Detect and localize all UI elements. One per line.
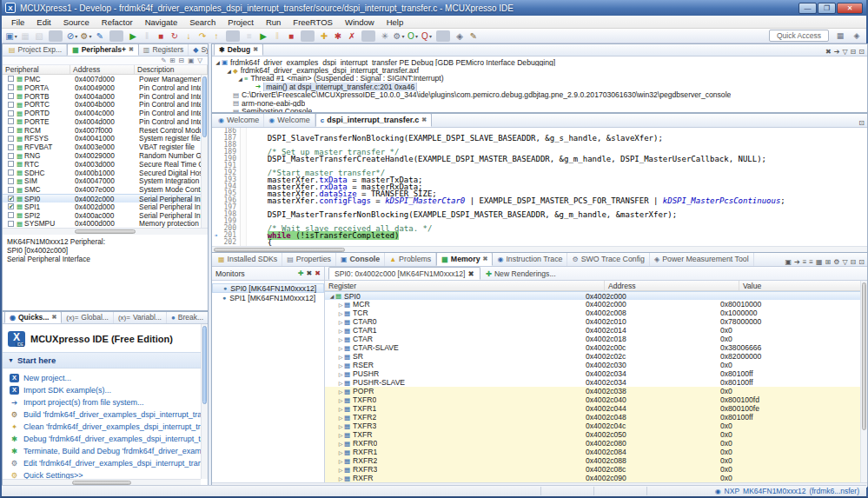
code-line[interactable]: 202 { (212, 239, 867, 246)
register-row[interactable]: ▷ ▦ TXFR 0x4002c050 0x0 (325, 430, 867, 439)
expander-icon[interactable]: ◢ (214, 59, 222, 65)
project-link[interactable]: (frdmk6...nsfer) (809, 487, 859, 495)
peripheral-row[interactable]: ▦ RCM 0x4007f000 Reset Control Module (3, 126, 208, 135)
toolbar-button[interactable] (436, 30, 450, 42)
peripheral-checkbox[interactable] (8, 203, 14, 209)
expander-icon[interactable]: ▷ (337, 380, 344, 386)
vertical-scrollbar[interactable] (201, 75, 208, 228)
refresh-button[interactable]: ✳ (378, 30, 392, 43)
peripheral-row[interactable]: ▦ PORTC 0x4004b000 Pin Control and Inter… (3, 100, 208, 109)
quickstart-link[interactable]: ➔ Import project(s) from file system... (4, 396, 206, 408)
menu-item[interactable]: File (5, 17, 30, 28)
mark-occurrences-button[interactable]: ✎ (93, 30, 107, 43)
close-button[interactable]: ✕ (837, 3, 863, 14)
debug-history-button[interactable]: Q ▾ (420, 30, 434, 43)
view-tab[interactable]: ▦ Memory ✖ (436, 253, 493, 266)
debug-tree-row[interactable]: ◢ ≡ Thread #1 <main> (Suspended : Signal… (212, 75, 867, 83)
menu-item[interactable]: Project (222, 17, 260, 28)
view-menu-button[interactable]: ▽ (842, 258, 847, 266)
peripheral-row[interactable]: ▦ SPI0 0x4002c000 Serial Peripheral Inte… (3, 194, 208, 203)
peripheral-checkbox[interactable] (8, 169, 14, 176)
peripheral-checkbox[interactable] (8, 178, 14, 184)
expander-icon[interactable]: ▷ (337, 458, 344, 464)
peripheral-row[interactable]: ▦ PORTB 0x4004a000 Pin Control and Inter… (3, 92, 208, 101)
close-tab-icon[interactable]: ✖ (483, 256, 488, 262)
minimize-button[interactable]: — (798, 3, 817, 14)
vendor-link[interactable]: NXP (725, 487, 739, 495)
debug-tree-row[interactable]: ➔ main() at dspi_interrupt_transfer.c:20… (212, 83, 867, 90)
peripheral-row[interactable]: ▦ RTC 0x4003d000 Secure Real Time Clock (3, 160, 208, 169)
peripheral-row[interactable]: ▦ SPI1 0x4002d000 Serial Peripheral Inte… (3, 203, 208, 211)
link-renderings-button[interactable]: ▦ (816, 258, 823, 266)
peripheral-row[interactable]: ▦ PORTE 0x4004d000 Pin Control and Inter… (3, 117, 208, 126)
register-row[interactable]: ▷ ▦ PUSHR 0x4002c034 0x80100ff (325, 369, 867, 378)
save-button[interactable]: ▦ (18, 30, 32, 43)
dropdown-arrow-icon[interactable]: ▾ (15, 33, 17, 39)
expander-icon[interactable]: ▷ (337, 406, 344, 412)
export-button[interactable]: ➔ (794, 258, 800, 266)
peripheral-checkbox[interactable] (8, 102, 14, 108)
register-row[interactable]: ▷ ▦ RXFR2 0x4002c088 0x0 (325, 456, 867, 465)
quickstart-link[interactable]: ✱ Debug 'frdmk64f_driver_examples_dspi_i… (4, 433, 206, 445)
menu-item[interactable]: Help (381, 17, 410, 28)
quickstart-link-label[interactable]: Import SDK example(s)... (23, 386, 111, 395)
column-header[interactable]: Peripheral (3, 65, 70, 74)
close-tab-icon[interactable]: ✖ (129, 46, 134, 53)
expander-icon[interactable]: ▷ (337, 328, 344, 334)
edit-peripheral-button[interactable]: ✎ (161, 56, 166, 64)
view-menu-button[interactable]: ▽ (842, 48, 847, 56)
quickstart-link-label[interactable]: Edit 'frdmk64f_driver_examples_dspi_inte… (23, 459, 206, 468)
vertical-scrollbar[interactable] (201, 324, 208, 479)
start-here-section[interactable]: ▼ Start here (3, 352, 208, 369)
peripheral-checkbox[interactable] (8, 136, 14, 142)
monitor-item[interactable]: ● SPI0 [MK64FN1M0xxx12] (212, 283, 324, 293)
tab-debug[interactable]: ✱ Debug ✖ (214, 44, 263, 56)
register-row[interactable]: ▷ ▦ TXFR0 0x4002c040 0x800100fd (325, 395, 867, 404)
view-tab[interactable]: ● Break... (167, 312, 208, 323)
column-header[interactable]: Description (135, 65, 208, 74)
peripheral-row[interactable]: ▦ SMC 0x4007e000 System Mode Controller (3, 185, 208, 194)
code-text[interactable]: DSPI_MasterTransferCreateHandle(EXAMPLE_… (247, 156, 766, 163)
dropdown-arrow-icon[interactable]: ▾ (401, 33, 404, 39)
view-tab[interactable]: ▦ Installed SDKs (214, 253, 282, 266)
register-row[interactable]: ▷ ▦ TXFR2 0x4002c048 0x80100ff (325, 413, 867, 422)
code-text[interactable]: { (247, 239, 272, 246)
peripheral-checkbox[interactable] (8, 127, 14, 133)
register-row[interactable]: ▷ ▦ MCR 0x4002c000 0x80010000 (325, 300, 867, 309)
debug-tree-row[interactable]: ◢ ◆ frdmk64f_driver_examples_dspi_interr… (212, 66, 867, 74)
peripheral-checkbox[interactable] (8, 84, 14, 90)
register-row[interactable]: ▷ ▦ CTAR-SLAVE 0x4002c00c 0x38006666 (325, 343, 867, 352)
new-memory-view-button[interactable]: ▣ (785, 258, 792, 266)
quickstart-link-label[interactable]: New project... (23, 374, 71, 382)
restore-button[interactable]: ⊡ (858, 119, 865, 127)
last-edit-location-button[interactable]: ✎ (467, 30, 480, 43)
expander-icon[interactable]: ▷ (337, 423, 344, 429)
suspend-button[interactable]: ‖ (140, 30, 154, 43)
pemicro-jtag-button[interactable]: ✗ (345, 30, 359, 43)
step-return-button[interactable]: ↑ (209, 30, 223, 43)
quickstart-link-label[interactable]: Build 'frdmk64f_driver_examples_dspi_int… (23, 410, 206, 419)
expander-icon[interactable]: ▷ (337, 441, 344, 447)
view-tab[interactable]: ◉ Instruction Trace (493, 253, 567, 266)
view-tab[interactable]: ▦ Peripherals+ ✖ (67, 44, 139, 56)
register-row[interactable]: ▷ ▦ TCR 0x4002c008 0x1000000 (325, 309, 867, 317)
quickstart-link-label[interactable]: Clean 'frdmk64f_driver_examples_dspi_int… (23, 422, 206, 431)
register-row[interactable]: ▷ ▦ RXFR 0x4002c090 0x0 (325, 474, 867, 482)
maximize-button[interactable]: ⊡ (858, 258, 865, 266)
perspective-icon[interactable]: ▦ (833, 30, 847, 43)
rendering-tab[interactable]: ✚ New Renderings... (480, 267, 561, 280)
view-tab[interactable]: ▲ Problems (385, 253, 436, 266)
expander-icon[interactable]: ▷ (337, 371, 344, 377)
quickstart-link-label[interactable]: Terminate, Build and Debug 'frdmk64f_dri… (23, 447, 206, 455)
expander-icon[interactable]: ◢ (328, 293, 335, 299)
peripheral-checkbox[interactable] (8, 118, 14, 124)
dropdown-arrow-icon[interactable]: ▾ (75, 33, 77, 39)
terminate-button[interactable]: ■ (154, 30, 168, 43)
code-text[interactable]: masterXfer.configFlags = kDSPI_MasterCta… (247, 197, 785, 204)
peripheral-row[interactable]: ▦ PMC 0x4007d000 Power Management Co... (3, 75, 208, 83)
expander-icon[interactable]: ▷ (337, 449, 344, 455)
scrollbar-thumb[interactable] (862, 282, 866, 430)
column-header[interactable]: Value (739, 281, 867, 290)
expander-icon[interactable]: ▷ (337, 415, 344, 421)
skip-all-breakpoints-button[interactable]: ⊘ ▾ (65, 30, 79, 43)
